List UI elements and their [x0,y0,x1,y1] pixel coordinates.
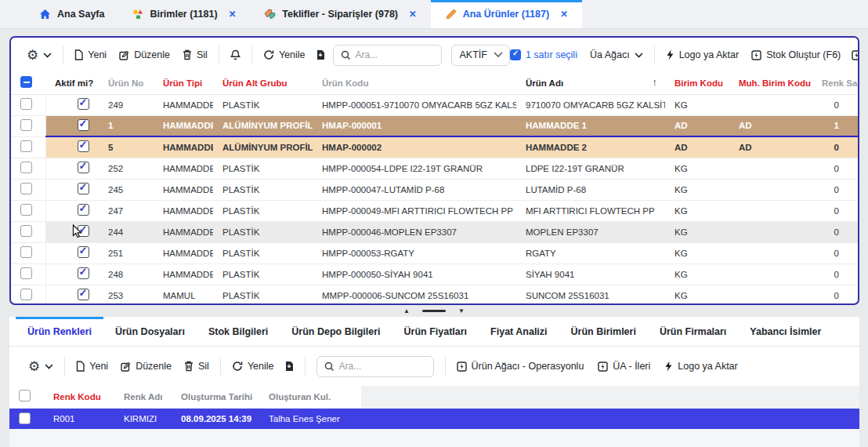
row-select-checkbox[interactable] [20,289,32,300]
product-tree-operational-button[interactable]: Ürün Ağacı - Operasyonlu [457,361,584,372]
cell-urun-adi: 9710070 OMYACARB 5GZ KALSİT [516,94,665,115]
new-doc-icon [76,361,85,372]
splitter-up-icon[interactable]: ▲ [403,308,410,314]
aktif-checkbox[interactable] [78,289,89,300]
tab-urun-fiyatlari[interactable]: Ürün Fiyatları [392,317,479,346]
tab-urun-birimleri[interactable]: Ürün Birimleri [559,317,648,346]
new-button[interactable]: Yeni [74,49,107,60]
table-row[interactable]: 251HAMMADDEPLASTİKHMPP-000053-RGATYRGATY… [11,242,858,263]
cell-urun-adi: HAMMADDE 1 [516,115,665,136]
tab-urun-renkleri[interactable]: Ürün Renkleri [16,317,103,346]
refresh-button[interactable]: Yenile [232,361,274,372]
aktif-checkbox[interactable] [78,246,89,258]
splitter-handle[interactable] [422,310,446,312]
row-select-checkbox[interactable] [20,267,32,279]
column-header[interactable]: Ürün Alt Grubu [213,72,313,94]
table-row[interactable]: 249HAMMADDEPLASTİKHMPP-000051-9710070 OM… [11,94,858,115]
column-header[interactable]: Ürün Adı↑ [516,72,665,94]
logo-export-button[interactable]: Logo ya Aktar [666,49,739,60]
tab-ana-sayfa[interactable]: Ana Sayfa [25,0,118,28]
column-header[interactable]: Aktif mi? [45,72,99,94]
aktif-checkbox[interactable] [78,162,89,173]
row-select-checkbox[interactable] [20,119,32,131]
delete-button[interactable]: Sil [183,49,208,60]
row-select-checkbox[interactable] [20,246,32,258]
column-header[interactable]: Ürün No [99,72,154,94]
export-grid-button[interactable] [284,361,294,372]
table-row[interactable]: 252HAMMADDEPLASTİKHMPP-000054-LDPE I22-1… [11,158,858,179]
tab-urun-depo-bilgileri[interactable]: Ürün Depo Bilgileri [280,317,392,346]
tab-stok-bilgileri[interactable]: Stok Bilgileri [197,317,280,346]
close-icon[interactable]: ✕ [229,9,237,20]
search-input[interactable] [339,361,425,372]
column-header[interactable]: Ürün Kodu [313,72,516,94]
tab-fiyat-analizi[interactable]: Fiyat Analizi [479,317,559,346]
refresh-button[interactable]: Yenile [263,49,306,60]
close-icon[interactable]: ✕ [560,9,568,20]
edit-button[interactable]: Düzenle [119,49,170,60]
logo-export-button[interactable]: Logo ya Aktar [664,361,737,372]
row-select-checkbox[interactable] [20,98,32,110]
table-row[interactable]: 5HAMMADDEALÜMİNYUM PROFİLHMAP-000002HAMM… [11,136,858,158]
aktif-checkbox[interactable] [78,183,89,194]
search-input[interactable] [356,49,434,60]
table-row[interactable]: 247HAMMADDEPLASTİKHMPP-000049-MFI ARTTIR… [11,200,858,221]
cell-aktif [45,115,99,136]
tab-birimler[interactable]: Birimler (1181) ✕ [118,0,250,28]
table-row[interactable]: 1HAMMADDEALÜMİNYUM PROFİLHMAP-000001HAMM… [11,115,858,136]
tab-teklifler-siparisler[interactable]: Teklifler - Siparişler (978) ✕ [250,0,430,28]
row-select-cell [11,115,45,136]
table-row[interactable]: 248HAMMADDEPLASTİKHMPP-000050-SİYAH 9041… [11,263,858,285]
aktif-checkbox[interactable] [78,267,89,279]
close-icon[interactable]: ✕ [409,9,417,20]
home-icon [39,9,51,20]
notifications-button[interactable] [230,49,241,61]
row-select-checkbox[interactable] [19,412,31,424]
row-select-checkbox[interactable] [20,204,32,216]
aktif-checkbox[interactable] [78,119,89,131]
aktif-checkbox[interactable] [78,98,89,110]
export-grid-button[interactable] [315,49,325,60]
column-header[interactable]: Renk Kodu [44,386,114,408]
cell-urun-kodu: HMPP-000051-9710070 OMYACARB 5GZ KALSİT [313,94,516,115]
column-header[interactable]: Renk Sa [812,72,858,94]
delete-button[interactable]: Sil [184,361,209,372]
ua-tree-dropdown[interactable]: Üa Ağacı [590,49,643,60]
status-filter-select[interactable]: AKTİF [451,45,510,66]
divider [445,357,446,376]
table-row[interactable]: 244HAMMADDEPLASTİKHMPP-000046-MOPLEN EP3… [11,221,858,242]
tab-yabanci-isimler[interactable]: Yabancı İsimler [738,317,833,346]
column-header[interactable]: Birim Kodu [665,72,729,94]
stock-create-button[interactable]: Stok Oluştur (F6) [751,49,841,60]
column-header[interactable]: Oluşturma Tarihi [172,386,259,408]
tab-ana-urunler[interactable]: Ana Ürünler (1187) ✕ [431,0,582,28]
color-row[interactable]: R001KIRMIZI08.09.2025 14:39Talha Enes Şe… [9,408,859,430]
row-select-checkbox[interactable] [20,162,32,173]
trash-icon [183,49,192,60]
row-select-checkbox[interactable] [20,140,32,152]
clipped-edge-button[interactable] [852,50,859,60]
table-row[interactable]: 245HAMMADDEPLASTİKHMPP-000047-LUTAMİD P-… [11,179,858,200]
splitter-down-icon[interactable]: ▼ [458,308,465,314]
aktif-checkbox[interactable] [78,140,89,152]
column-header[interactable]: Muh. Birim Kodu [729,72,812,94]
ua-advanced-button[interactable]: ÜA - İleri [598,361,650,372]
tab-urun-dosyalari[interactable]: Ürün Dosyaları [103,317,197,346]
new-button[interactable]: Yeni [76,361,108,372]
aktif-checkbox[interactable] [78,225,89,237]
column-header[interactable]: Ürün Tipi [154,72,213,94]
colors-table: Renk KoduRenk AdıOluşturma TarihiOluştur… [9,386,859,430]
table-row[interactable]: 253MAMULPLASTİKMMPP-000006-SUNCOM 25S160… [11,285,858,305]
column-header[interactable]: Renk Adı [114,386,172,408]
row-select-checkbox[interactable] [20,225,32,237]
sort-ascending-icon[interactable]: ↑ [653,76,658,88]
row-select-checkbox[interactable] [20,183,32,194]
grid-settings-button[interactable]: ⚙ [28,360,53,373]
grid-settings-button[interactable]: ⚙ [27,49,52,62]
aktif-checkbox[interactable] [78,204,89,216]
edit-button[interactable]: Düzenle [121,361,172,372]
select-all-checkbox[interactable] [19,390,31,402]
tab-urun-firmalari[interactable]: Ürün Firmaları [648,317,738,346]
select-all-checkbox[interactable] [20,76,32,88]
column-header[interactable]: Oluşturan Kul. [259,386,361,408]
